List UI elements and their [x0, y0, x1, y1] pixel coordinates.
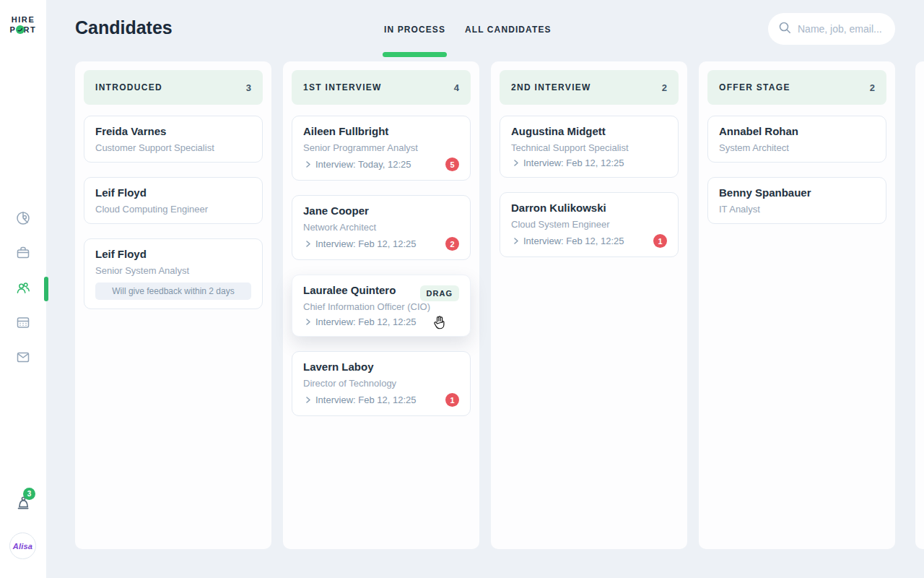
candidate-card[interactable]: Freida VarnesCustomer Support Specialist [84, 116, 263, 163]
candidate-card[interactable]: Benny SpanbauerIT Analyst [707, 177, 886, 224]
board-column-partial [915, 61, 924, 549]
candidate-role: Technical Support Specialist [511, 142, 667, 153]
calendar-icon [15, 314, 31, 333]
notification-badge: 5 [445, 158, 459, 171]
candidate-role: Cloud Computing Engineer [95, 204, 251, 215]
column-count: 2 [870, 82, 875, 93]
search-input[interactable] [798, 23, 895, 35]
chevron-right-icon [303, 318, 315, 326]
candidate-name: Augustina Midgett [511, 125, 667, 137]
candidate-card[interactable]: Darron KulikowskiCloud System EngineerIn… [500, 192, 679, 257]
sidebar-item-mail[interactable] [0, 350, 46, 366]
candidate-card[interactable]: Aileen FullbrightSenior Programmer Analy… [292, 116, 471, 181]
candidate-card[interactable]: Augustina MidgettTechnical Support Speci… [500, 116, 679, 178]
candidate-card[interactable]: Jane CooperNetwork ArchitectInterview: F… [292, 195, 471, 260]
column-header: INTRODUCED3 [84, 70, 263, 105]
chevron-right-icon [511, 159, 523, 167]
search-box[interactable] [768, 13, 895, 45]
sidebar: HIRE PRT [0, 0, 46, 578]
column-count: 3 [246, 82, 251, 93]
interview-row[interactable]: Interview: Feb 12, 12:25 [511, 158, 667, 168]
interview-row[interactable]: Interview: Today, 12:255 [303, 158, 459, 171]
column-title: 1ST INTERVIEW [303, 82, 382, 92]
user-avatar[interactable]: Alisa [9, 532, 36, 559]
main-area: Candidates IN PROCESS ALL CANDIDATES INT… [46, 0, 924, 578]
candidate-role: System Architect [719, 142, 875, 153]
sidebar-item-jobs[interactable] [0, 246, 46, 262]
mail-icon [15, 349, 31, 368]
board: INTRODUCED3Freida VarnesCustomer Support… [46, 61, 924, 549]
drag-badge: DRAG [420, 285, 459, 301]
candidate-role: Senior System Analyst [95, 265, 251, 276]
board-column-2nd-interview: 2ND INTERVIEW2Augustina MidgettTechnical… [491, 61, 687, 549]
sidebar-item-dashboard[interactable] [0, 212, 46, 228]
sidebar-item-candidates[interactable] [0, 281, 46, 297]
card-list: Annabel RohanSystem ArchitectBenny Spanb… [707, 116, 886, 224]
hand-cursor-icon [432, 314, 447, 333]
search-icon [778, 21, 792, 38]
sidebar-nav [0, 212, 46, 366]
column-header: 2ND INTERVIEW2 [500, 70, 679, 105]
candidate-name: Leif Floyd [95, 186, 251, 199]
interview-text: Interview: Feb 12, 12:25 [523, 236, 624, 246]
interview-text: Interview: Feb 12, 12:25 [523, 158, 624, 168]
tab-in-process[interactable]: IN PROCESS [384, 25, 445, 35]
candidate-role: Director of Technology [303, 378, 459, 389]
interview-text: Interview: Feb 12, 12:25 [315, 394, 416, 405]
candidate-name: Lavern Laboy [303, 361, 459, 373]
board-column-offer-stage: OFFER STAGE2Annabel RohanSystem Architec… [699, 61, 895, 549]
page-title: Candidates [75, 17, 173, 38]
candidate-name: Freida Varnes [95, 125, 251, 137]
notification-badge: 1 [445, 393, 459, 407]
people-icon [15, 280, 31, 298]
notification-badge: 2 [445, 237, 459, 251]
logo-line2: PRT [0, 25, 46, 35]
logo-o-icon [16, 25, 25, 34]
notifications-button[interactable]: 3 [0, 494, 46, 517]
column-header: OFFER STAGE2 [707, 70, 886, 105]
avatar-label: Alisa [13, 542, 32, 551]
chevron-right-icon [303, 240, 315, 248]
candidate-name: Aileen Fullbright [303, 125, 459, 137]
column-header: 1ST INTERVIEW4 [292, 70, 471, 105]
column-title: OFFER STAGE [719, 82, 790, 92]
interview-row[interactable]: Interview: Feb 12, 12:251 [303, 393, 459, 407]
chevron-right-icon [511, 237, 523, 245]
interview-text: Interview: Today, 12:25 [315, 159, 411, 170]
board-column-introduced: INTRODUCED3Freida VarnesCustomer Support… [75, 61, 271, 549]
notification-count-badge: 3 [23, 488, 35, 500]
interview-row[interactable]: Interview: Feb 12, 12:251 [511, 234, 667, 248]
candidate-card[interactable]: Leif FloydSenior System AnalystWill give… [84, 238, 263, 309]
candidate-card[interactable]: Lavern LaboyDirector of TechnologyInterv… [292, 351, 471, 416]
candidate-role: Network Architect [303, 222, 459, 233]
candidate-card[interactable]: Lauralee QuinteroChief Information Offic… [292, 275, 471, 337]
dashboard-icon [15, 210, 31, 229]
candidate-card[interactable]: Annabel RohanSystem Architect [707, 116, 886, 163]
sidebar-item-calendar[interactable] [0, 316, 46, 332]
column-count: 2 [662, 82, 667, 93]
card-list: Freida VarnesCustomer Support Specialist… [84, 116, 263, 309]
candidate-name: Jane Cooper [303, 204, 459, 217]
candidate-name: Darron Kulikowski [511, 202, 667, 214]
feedback-banner: Will give feedback within 2 days [95, 282, 251, 300]
interview-row[interactable]: Interview: Feb 12, 12:252 [303, 237, 459, 251]
notification-badge: 1 [653, 234, 667, 248]
candidate-role: Cloud System Engineer [511, 219, 667, 230]
column-title: INTRODUCED [95, 82, 162, 92]
column-title: 2ND INTERVIEW [511, 82, 591, 92]
board-column-1st-interview: 1ST INTERVIEW4Aileen FullbrightSenior Pr… [283, 61, 479, 549]
candidate-name: Benny Spanbauer [719, 186, 875, 199]
card-list: Augustina MidgettTechnical Support Speci… [500, 116, 679, 257]
app-logo[interactable]: HIRE PRT [0, 14, 46, 35]
candidate-role: Customer Support Specialist [95, 142, 251, 153]
candidate-card[interactable]: Leif FloydCloud Computing Engineer [84, 177, 263, 224]
interview-text: Interview: Feb 12, 12:25 [315, 238, 416, 249]
tabs: IN PROCESS ALL CANDIDATES [384, 25, 552, 35]
tab-all-candidates[interactable]: ALL CANDIDATES [465, 25, 552, 35]
candidate-role: Chief Information Officer (CIO) [303, 301, 459, 312]
logo-line1: HIRE [0, 14, 46, 25]
candidate-role: IT Analyst [719, 204, 875, 215]
candidate-name: Leif Floyd [95, 248, 251, 260]
chevron-right-icon [303, 396, 315, 404]
chevron-right-icon [303, 160, 315, 168]
